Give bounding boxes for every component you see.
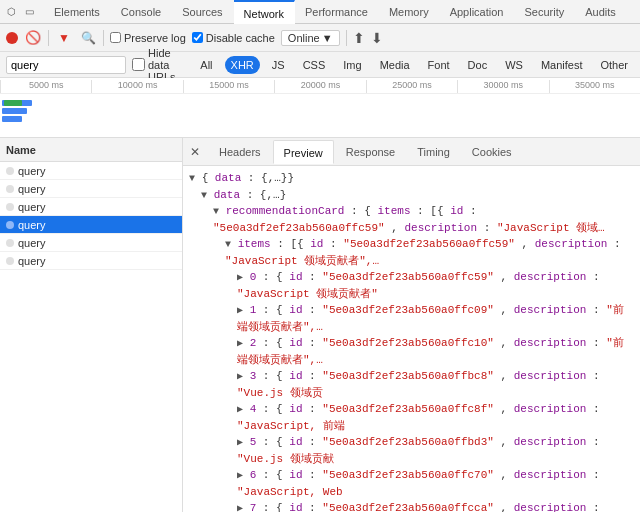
main-area: Name query query query query query query [0,138,640,512]
tab-sources[interactable]: Sources [172,0,233,24]
detail-tab-response[interactable]: Response [336,140,406,164]
divider-1 [48,30,49,46]
timeline-bars [0,94,640,138]
tick-2: 10000 ms [91,80,182,93]
disable-cache-label[interactable]: Disable cache [192,32,275,44]
tree-items[interactable]: ▼ items : [{ id : "5e0a3df2ef23ab560a0ff… [189,236,634,269]
request-list: Name query query query query query query [0,138,183,512]
request-item-0[interactable]: query [0,162,182,180]
request-dot-3 [6,221,14,229]
tree-entry-0[interactable]: ▶ 0 : { id : "5e0a3df2ef23ab560a0ffc59" … [189,269,634,302]
tab-console[interactable]: Console [111,0,172,24]
record-button[interactable] [6,32,18,44]
request-dot-0 [6,167,14,175]
mobile-icon[interactable]: ▭ [22,5,36,19]
filter-font[interactable]: Font [422,56,456,74]
tree-entry-4[interactable]: ▶ 4 : { id : "5e0a3df2ef23ab560a0ffc8f" … [189,401,634,434]
inspect-icon[interactable]: ⬡ [4,5,18,19]
entry-6-arrow[interactable]: ▶ [237,470,243,481]
tree-entry-2[interactable]: ▶ 2 : { id : "5e0a3df2ef23ab560a0ffc10" … [189,335,634,368]
tree-entry-1[interactable]: ▶ 1 : { id : "5e0a3df2ef23ab560a0ffc09" … [189,302,634,335]
entry-1-arrow[interactable]: ▶ [237,305,243,316]
rec-arrow[interactable]: ▼ [213,206,219,217]
request-name-3: query [18,219,46,231]
tab-security[interactable]: Security [514,0,575,24]
request-name-5: query [18,255,46,267]
tree-entry-5[interactable]: ▶ 5 : { id : "5e0a3df2ef23ab560a0ffbd3" … [189,434,634,467]
preserve-log-checkbox[interactable] [110,32,121,43]
detail-tab-timing[interactable]: Timing [407,140,460,164]
hide-data-urls-checkbox[interactable] [132,58,145,71]
entry-7-arrow[interactable]: ▶ [237,503,243,512]
request-dot-5 [6,257,14,265]
tab-memory[interactable]: Memory [379,0,440,24]
tab-performance[interactable]: Performance [295,0,379,24]
filter-js[interactable]: JS [266,56,291,74]
root-brace-open: { [202,172,209,184]
detail-tab-headers[interactable]: Headers [209,140,271,164]
tree-entry-7[interactable]: ▶ 7 : { id : "5e0a3df2ef23ab560a0ffcca" … [189,500,634,512]
filter-other[interactable]: Other [594,56,634,74]
tree-root[interactable]: ▼ { data : {,…}} [189,170,634,187]
filter-media[interactable]: Media [374,56,416,74]
request-item-3[interactable]: query [0,216,182,234]
throttle-arrow: ▼ [322,32,333,44]
rec-key: recommendationCard [226,205,345,217]
disable-cache-checkbox[interactable] [192,32,203,43]
filter-doc[interactable]: Doc [462,56,494,74]
tab-application[interactable]: Application [440,0,515,24]
rec-desc-key: description [404,222,477,234]
tick-7: 35000 ms [549,80,640,93]
detail-tab-cookies[interactable]: Cookies [462,140,522,164]
entry-4-arrow[interactable]: ▶ [237,404,243,415]
network-timeline[interactable]: 5000 ms 10000 ms 15000 ms 20000 ms 25000… [0,78,640,138]
rec-id-key: id [450,205,463,217]
tree-entry-3[interactable]: ▶ 3 : { id : "5e0a3df2ef23ab560a0ffbc8" … [189,368,634,401]
entry-3-arrow[interactable]: ▶ [237,371,243,382]
search-input[interactable] [6,56,126,74]
entry-5-arrow[interactable]: ▶ [237,437,243,448]
rec-id-colon: : [470,205,477,217]
tree-data[interactable]: ▼ data : {,…} [189,187,634,204]
preserve-log-label[interactable]: Preserve log [110,32,186,44]
filter-ws[interactable]: WS [499,56,529,74]
preview-content[interactable]: ▼ { data : {,…}} ▼ data : {,…} ▼ recomme… [183,166,640,512]
items-arrow[interactable]: ▼ [225,239,231,250]
close-detail-button[interactable]: ✕ [187,144,203,160]
request-item-1[interactable]: query [0,180,182,198]
network-toolbar: 🚫 ▼ 🔍 Preserve log Disable cache Online … [0,24,640,52]
import-button[interactable]: ⬆ [353,30,365,46]
request-item-4[interactable]: query [0,234,182,252]
tree-entry-6[interactable]: ▶ 6 : { id : "5e0a3df2ef23ab560a0ffc70" … [189,467,634,500]
filter-xhr[interactable]: XHR [225,56,260,74]
filter-manifest[interactable]: Manifest [535,56,589,74]
filter-all[interactable]: All [194,56,218,74]
tick-5: 25000 ms [366,80,457,93]
tab-network[interactable]: Network [234,0,295,24]
export-button[interactable]: ⬇ [371,30,383,46]
detail-tab-preview[interactable]: Preview [273,140,334,164]
rec-desc-val: "JavaScript 领域… [497,222,605,234]
request-item-2[interactable]: query [0,198,182,216]
filter-button[interactable]: ▼ [55,29,73,47]
entry-2-arrow[interactable]: ▶ [237,338,243,349]
tab-elements[interactable]: Elements [44,0,111,24]
rec-id-val: "5e0a3df2ef23ab560a0ffc59" [213,222,385,234]
tick-4: 20000 ms [274,80,365,93]
detail-panel: ✕ Headers Preview Response Timing Cookie… [183,138,640,512]
throttle-dropdown[interactable]: Online ▼ [281,30,340,46]
rec-desc-colon: : [484,222,497,234]
items-key: items [238,238,271,250]
data-arrow[interactable]: ▼ [201,190,207,201]
entry-0-arrow[interactable]: ▶ [237,272,243,283]
search-button[interactable]: 🔍 [79,29,97,47]
rec-items-colon: : [{ [417,205,443,217]
root-key: data [215,172,241,184]
filter-img[interactable]: Img [337,56,367,74]
request-item-5[interactable]: query [0,252,182,270]
clear-button[interactable]: 🚫 [24,29,42,47]
tree-recommendation[interactable]: ▼ recommendationCard : { items : [{ id :… [189,203,634,236]
filter-css[interactable]: CSS [297,56,332,74]
tab-audits[interactable]: Audits [575,0,627,24]
root-arrow[interactable]: ▼ [189,173,195,184]
